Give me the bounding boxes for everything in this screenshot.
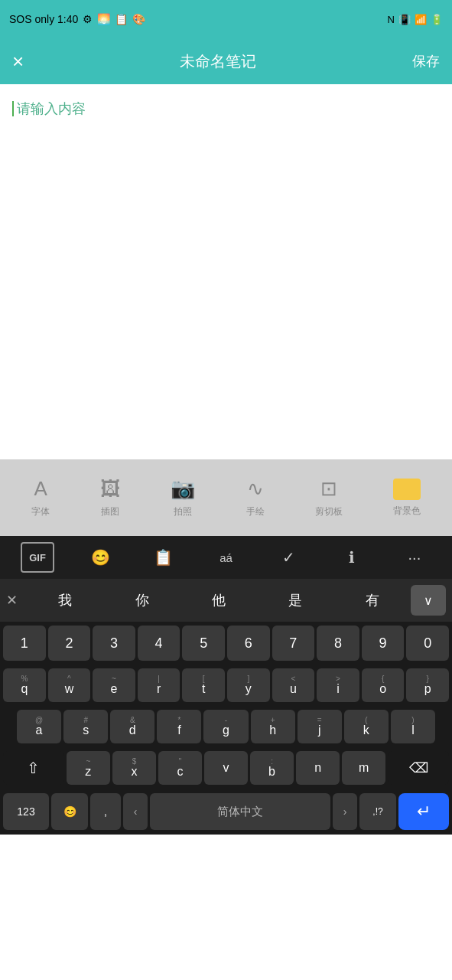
font-icon: A [34, 477, 47, 501]
key-z[interactable]: ~z [67, 751, 110, 785]
key-a[interactable]: @a [17, 710, 61, 743]
key-i[interactable]: >i [317, 668, 359, 702]
key-b[interactable]: :b [250, 751, 294, 785]
gear-icon: ⚙ [83, 13, 93, 25]
key-4[interactable]: 4 [138, 626, 180, 661]
candidate-word-1[interactable]: 我 [27, 591, 103, 609]
input-method-button[interactable]: aá [209, 542, 242, 573]
emoji-button[interactable]: 😊 [51, 793, 88, 830]
image-icon: 🖼 [100, 477, 120, 501]
key-t[interactable]: [t [182, 668, 225, 702]
gif-button[interactable]: GIF [21, 542, 54, 573]
key-9[interactable]: 9 [362, 626, 405, 661]
gallery-icon: 🌅 [97, 13, 110, 25]
key-8[interactable]: 8 [317, 626, 359, 661]
num-row: 1 2 3 4 5 6 7 8 9 0 [0, 622, 452, 665]
key-x[interactable]: $x [112, 751, 156, 785]
emoji-sticker-button[interactable]: 😊 [83, 542, 117, 573]
keyboard-topbar: GIF 😊 📋 aá ✓ ℹ ··· [0, 536, 452, 579]
key-y[interactable]: ]y [227, 668, 270, 702]
candidate-word-5[interactable]: 有 [334, 591, 411, 609]
toolbar-bgcolor-label: 背景色 [393, 505, 421, 518]
draw-icon: ∿ [247, 477, 264, 501]
key-d[interactable]: &d [110, 710, 154, 743]
key-o[interactable]: {o [362, 668, 405, 702]
toolbar-clipboard[interactable]: ⊡ 剪切板 [315, 477, 343, 518]
space-key[interactable]: 简体中文 [150, 793, 330, 830]
num-switch-button[interactable]: 123 [3, 793, 49, 830]
key-l[interactable]: )l [391, 710, 435, 743]
toolbar-clipboard-label: 剪切板 [315, 505, 343, 518]
enter-key[interactable]: ↵ [398, 793, 449, 830]
right-arrow-button[interactable]: › [333, 793, 357, 830]
content-placeholder: 请输入内容 [12, 101, 86, 116]
comma-key[interactable]: , [90, 793, 121, 830]
save-button[interactable]: 保存 [412, 52, 440, 70]
key-c[interactable]: "c [158, 751, 202, 785]
toolbar-font-label: 字体 [31, 505, 50, 518]
palette-icon: 🎨 [132, 13, 145, 25]
key-v[interactable]: v [204, 751, 248, 785]
shift-row: ⇧ ~z $x "c v :b n m ⌫ [0, 747, 452, 789]
key-w[interactable]: ^w [48, 668, 91, 702]
check-button[interactable]: ✓ [272, 542, 306, 573]
punct-key[interactable]: ,!? [359, 793, 396, 830]
bottom-row: 123 😊 , ‹ 简体中文 › ,!? ↵ [0, 789, 452, 835]
backspace-key[interactable]: ⌫ [388, 751, 449, 785]
left-arrow-button[interactable]: ‹ [123, 793, 148, 830]
key-n[interactable]: n [296, 751, 340, 785]
wifi-icon: 📶 [415, 14, 427, 25]
key-s[interactable]: #s [63, 710, 108, 743]
battery-icon: 🔋 [431, 14, 443, 25]
key-1[interactable]: 1 [3, 626, 46, 661]
toolbar-camera-label: 拍照 [174, 505, 192, 518]
key-2[interactable]: 2 [48, 626, 91, 661]
page-title: 未命名笔记 [180, 51, 256, 72]
more-button[interactable]: ··· [398, 542, 431, 573]
toolbar-font[interactable]: A 字体 [31, 477, 50, 518]
status-left: SOS only 1:40 ⚙ 🌅 📋 🎨 [9, 13, 145, 25]
key-5[interactable]: 5 [182, 626, 225, 661]
key-h[interactable]: +h [251, 710, 295, 743]
key-6[interactable]: 6 [227, 626, 270, 661]
clipboard-toolbar-icon: ⊡ [320, 477, 337, 501]
bgcolor-swatch [393, 479, 421, 500]
key-m[interactable]: m [342, 751, 385, 785]
key-u[interactable]: <u [272, 668, 315, 702]
key-j[interactable]: =j [298, 710, 342, 743]
nfc-icon: N [388, 14, 395, 25]
qwerty-row-1: %q ^w ~e |r [t ]y <u >i {o }p [0, 665, 452, 706]
camera-icon: 📷 [171, 477, 195, 501]
toolbar-image-label: 插图 [101, 505, 119, 518]
candidate-expand-button[interactable]: ∨ [411, 585, 446, 616]
key-e[interactable]: ~e [93, 668, 135, 702]
status-bar: SOS only 1:40 ⚙ 🌅 📋 🎨 N 📳 📶 🔋 [0, 0, 452, 38]
toolbar-insert-image[interactable]: 🖼 插图 [100, 477, 120, 518]
candidate-word-2[interactable]: 你 [103, 591, 180, 609]
key-k[interactable]: (k [344, 710, 389, 743]
toolbar: A 字体 🖼 插图 📷 拍照 ∿ 手绘 ⊡ 剪切板 背景色 [0, 459, 452, 536]
status-text: SOS only 1:40 [9, 13, 78, 25]
key-p[interactable]: }p [406, 668, 449, 702]
key-g[interactable]: -g [203, 710, 248, 743]
status-icons-right: N 📳 📶 🔋 [388, 14, 443, 25]
toolbar-draw[interactable]: ∿ 手绘 [246, 477, 265, 518]
key-0[interactable]: 0 [406, 626, 449, 661]
close-button[interactable]: × [12, 50, 24, 74]
toolbar-bgcolor[interactable]: 背景色 [393, 479, 421, 518]
num-switch-label: 123 [17, 805, 34, 818]
key-3[interactable]: 3 [93, 626, 135, 661]
candidate-dismiss-button[interactable]: ✕ [6, 592, 18, 609]
key-q[interactable]: %q [3, 668, 46, 702]
content-area[interactable]: 请输入内容 [0, 84, 452, 459]
shift-key[interactable]: ⇧ [3, 751, 64, 785]
key-r[interactable]: |r [138, 668, 180, 702]
clipboard-kb-button[interactable]: 📋 [146, 542, 180, 573]
key-7[interactable]: 7 [272, 626, 315, 661]
vibrate-icon: 📳 [398, 14, 411, 25]
candidate-word-4[interactable]: 是 [257, 591, 333, 609]
info-button[interactable]: ℹ [335, 542, 369, 573]
toolbar-camera[interactable]: 📷 拍照 [171, 477, 195, 518]
key-f[interactable]: *f [157, 710, 201, 743]
candidate-word-3[interactable]: 他 [180, 591, 257, 609]
